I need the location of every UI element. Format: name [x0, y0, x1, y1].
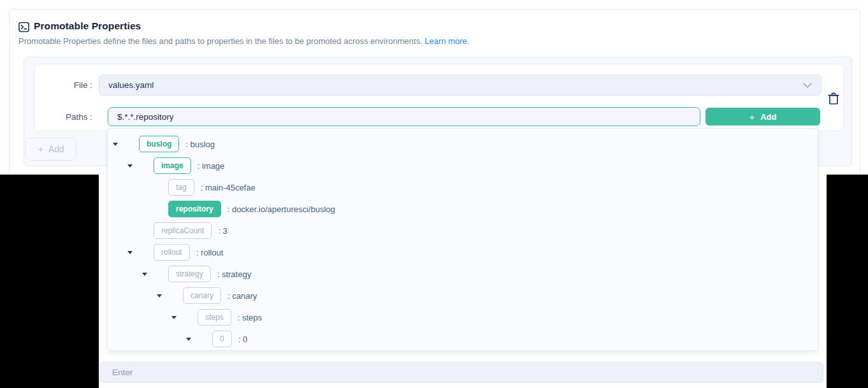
- tree-node-chip[interactable]: buslog: [139, 136, 179, 152]
- caret-box[interactable]: [127, 251, 133, 254]
- tree-row[interactable]: buslog : buslog: [108, 133, 818, 155]
- file-select-value: values.yaml: [108, 80, 154, 90]
- tree-node-chip[interactable]: replicaCount: [154, 222, 212, 239]
- plus-icon: +: [38, 144, 43, 154]
- caret-down-icon: [127, 164, 133, 168]
- tree-row[interactable]: image : image: [108, 155, 818, 176]
- caret-down-icon: [142, 273, 147, 276]
- caret-down-icon: [127, 251, 133, 254]
- caret-box[interactable]: [112, 143, 119, 146]
- caret-box[interactable]: [141, 208, 148, 211]
- plus-icon: +: [749, 112, 755, 122]
- add-path-button-label: Add: [760, 112, 776, 122]
- caret-down-icon: [171, 316, 177, 319]
- tree-node-value: : main-45cefae: [201, 183, 256, 192]
- caret-box[interactable]: [156, 294, 163, 298]
- add-file-row-button[interactable]: + Add: [25, 138, 76, 161]
- tree-node-value: : 3: [218, 226, 227, 236]
- caret-box[interactable]: [185, 338, 192, 341]
- tree-node-value: : docker.io/aperturesci/buslog: [228, 205, 335, 214]
- tree-node-value: : 0: [238, 334, 247, 344]
- tree-node-value: : buslog: [185, 140, 215, 149]
- tree-node-value: : strategy: [217, 269, 251, 279]
- tree-node-chip[interactable]: repository: [168, 201, 221, 217]
- caret-down-icon: [186, 338, 191, 341]
- tree-node-chip[interactable]: 0: [212, 331, 232, 347]
- chevron-down-icon: [803, 83, 812, 88]
- caret-box[interactable]: [171, 316, 177, 319]
- tree-node-chip[interactable]: image: [154, 157, 191, 174]
- caret-box[interactable]: [127, 229, 133, 233]
- tree-node-value: : rollout: [196, 248, 224, 257]
- tree-row[interactable]: rollout : rollout: [108, 241, 818, 263]
- new-path-input[interactable]: [100, 362, 823, 383]
- tree-node-chip[interactable]: steps: [198, 309, 231, 326]
- tree-row[interactable]: 0 : 0: [108, 328, 818, 350]
- tree-node-chip[interactable]: strategy: [168, 266, 211, 282]
- page-description: Promotable Properties define the files a…: [18, 36, 469, 46]
- caret-box[interactable]: [127, 164, 133, 168]
- delete-file-button[interactable]: [825, 91, 842, 108]
- tree-node-value: : steps: [238, 313, 262, 322]
- tree-node-chip[interactable]: rollout: [154, 244, 190, 261]
- tree-node-chip[interactable]: tag: [168, 179, 194, 196]
- file-paths-panel: File : values.yaml Paths : + Add: [34, 64, 844, 131]
- description-text: Promotable Properties define the files a…: [18, 36, 423, 46]
- add-path-button[interactable]: + Add: [705, 108, 820, 126]
- add-file-row-button-label: Add: [48, 144, 64, 154]
- learn-more-link[interactable]: Learn more.: [424, 36, 469, 46]
- paths-label: Paths :: [35, 108, 92, 126]
- page-title: Promotable Properties: [34, 20, 141, 32]
- tree-row[interactable]: canary : canary: [108, 285, 818, 306]
- tree-row[interactable]: repository : docker.io/aperturesci/buslo…: [108, 198, 818, 220]
- paths-input[interactable]: [108, 107, 700, 126]
- file-label: File :: [35, 75, 92, 96]
- caret-box[interactable]: [141, 186, 148, 189]
- tree-row[interactable]: tag : main-45cefae: [108, 176, 818, 198]
- tree-node-value: : image: [198, 161, 225, 171]
- caret-down-icon: [157, 294, 162, 298]
- tree-node-chip[interactable]: canary: [183, 287, 221, 304]
- tree-row[interactable]: replicaCount : 3: [108, 220, 818, 241]
- file-select[interactable]: values.yaml: [99, 75, 821, 96]
- caret-box[interactable]: [141, 273, 148, 276]
- path-suggestion-dropdown: buslog : buslog image : image tag : main…: [107, 128, 818, 351]
- tree-row[interactable]: steps : steps: [108, 306, 818, 328]
- trash-icon: [827, 92, 840, 108]
- caret-down-icon: [113, 143, 118, 146]
- tree-node-value: : canary: [228, 291, 257, 301]
- terminal-icon: [18, 22, 29, 32]
- tree-row[interactable]: strategy : strategy: [108, 263, 818, 285]
